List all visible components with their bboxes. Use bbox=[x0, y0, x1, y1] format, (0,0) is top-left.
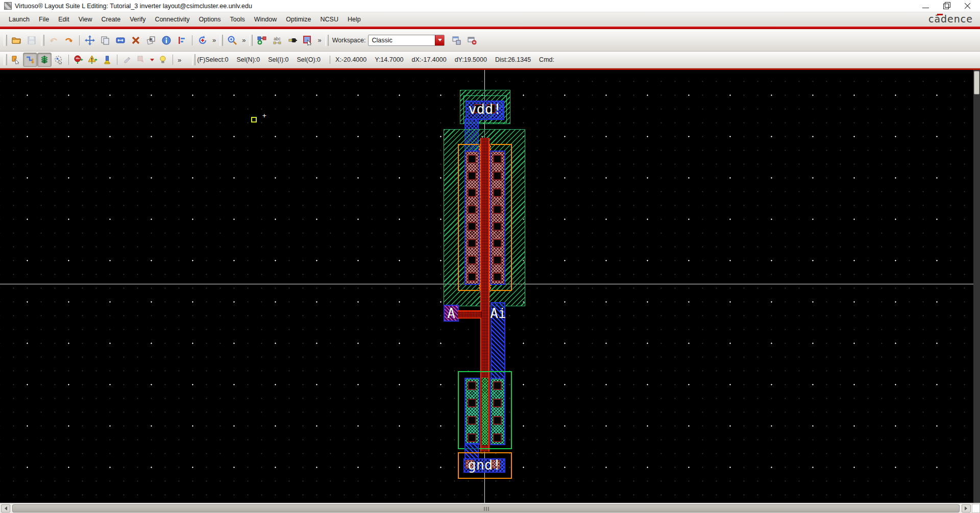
pmos-contact[interactable] bbox=[493, 155, 502, 163]
toolbar-grip[interactable] bbox=[219, 35, 223, 46]
overflow-chevron[interactable]: » bbox=[176, 56, 183, 64]
menu-connectivity[interactable]: Connectivity bbox=[150, 14, 194, 25]
vdd-contact[interactable] bbox=[474, 104, 483, 113]
menu-edit[interactable]: Edit bbox=[54, 14, 74, 25]
nmos-contact[interactable] bbox=[468, 416, 476, 425]
canvas-horizontal-scrollbar[interactable] bbox=[0, 503, 980, 513]
toolbar-grip[interactable] bbox=[4, 35, 7, 46]
menu-options[interactable]: Options bbox=[194, 14, 225, 25]
menu-create[interactable]: Create bbox=[97, 14, 126, 25]
nmos-contact[interactable] bbox=[468, 381, 476, 390]
properties-button[interactable] bbox=[159, 33, 174, 48]
nmos-contact[interactable] bbox=[468, 433, 476, 442]
toolbar-grip[interactable] bbox=[4, 54, 7, 65]
pmos-contact[interactable] bbox=[468, 273, 476, 281]
menu-tools[interactable]: Tools bbox=[226, 14, 250, 25]
rotate-button[interactable]: R bbox=[143, 33, 159, 48]
nmos-contact[interactable] bbox=[493, 399, 502, 407]
wire-route-button[interactable] bbox=[254, 33, 270, 48]
overflow-chevron[interactable]: » bbox=[315, 36, 323, 44]
area-select-button[interactable] bbox=[52, 53, 66, 67]
nmos-contact[interactable] bbox=[468, 399, 476, 407]
horizontal-scrollbar-thumb[interactable] bbox=[12, 504, 960, 512]
pmos-contact[interactable] bbox=[493, 273, 502, 281]
stretch-button[interactable] bbox=[113, 33, 128, 48]
undo-button[interactable] bbox=[46, 33, 61, 48]
create-label-button[interactable]: abc bbox=[270, 33, 285, 48]
input-pin-a[interactable] bbox=[444, 305, 459, 322]
pmos-contact[interactable] bbox=[468, 256, 476, 264]
redraw-button[interactable] bbox=[195, 33, 210, 48]
descend-button[interactable] bbox=[23, 53, 37, 67]
scroll-right-button[interactable] bbox=[962, 504, 971, 512]
horizontal-scroll-track[interactable] bbox=[11, 504, 961, 512]
toolbar-grip[interactable] bbox=[41, 35, 44, 46]
vdd-contact[interactable] bbox=[486, 104, 496, 113]
menu-launch[interactable]: Launch bbox=[4, 14, 34, 25]
pmos-pdiff-right[interactable] bbox=[490, 151, 505, 285]
maximize-icon[interactable] bbox=[943, 3, 950, 9]
pmos-contact[interactable] bbox=[468, 239, 476, 248]
menu-optimize[interactable]: Optimize bbox=[281, 14, 315, 25]
nmos-contact[interactable] bbox=[493, 433, 502, 442]
nmos-contact[interactable] bbox=[493, 381, 502, 390]
copy-button[interactable] bbox=[97, 33, 113, 48]
menu-ncsu[interactable]: NCSU bbox=[316, 14, 343, 25]
probe-dropdown-icon[interactable] bbox=[149, 53, 156, 67]
pmos-contact[interactable] bbox=[468, 172, 476, 180]
toolbar-grip[interactable] bbox=[192, 54, 195, 65]
gnd-contact[interactable] bbox=[492, 460, 500, 469]
menu-help[interactable]: Help bbox=[343, 14, 365, 25]
overflow-chevron[interactable]: » bbox=[240, 36, 248, 44]
pmos-contact[interactable] bbox=[493, 256, 502, 264]
pmos-contact[interactable] bbox=[493, 172, 502, 180]
pmos-contact[interactable] bbox=[493, 188, 502, 197]
select-mode-button[interactable] bbox=[300, 33, 315, 48]
close-icon[interactable] bbox=[964, 3, 971, 9]
redo-button[interactable] bbox=[61, 33, 77, 48]
align-button[interactable] bbox=[174, 33, 189, 48]
canvas-vertical-scrollbar[interactable] bbox=[973, 70, 980, 503]
vdd-metal1-rail[interactable] bbox=[465, 101, 504, 120]
pmos-contact[interactable] bbox=[468, 222, 476, 231]
probe-options-button[interactable] bbox=[134, 53, 149, 67]
save-workspace-button[interactable] bbox=[449, 33, 464, 48]
delete-button[interactable] bbox=[128, 33, 143, 48]
toolbar-grip[interactable] bbox=[249, 35, 253, 46]
pmos-pdiff-left[interactable] bbox=[464, 151, 480, 285]
workspace-dropdown-icon[interactable] bbox=[435, 35, 444, 45]
pmos-contact[interactable] bbox=[468, 205, 476, 214]
zoom-in-button[interactable] bbox=[225, 33, 240, 48]
hint-bulb-button[interactable] bbox=[156, 53, 170, 67]
save-button[interactable] bbox=[24, 33, 39, 48]
pmos-contact[interactable] bbox=[468, 155, 476, 163]
toolbar-grip[interactable] bbox=[325, 35, 329, 46]
nmos-gate-region[interactable] bbox=[482, 378, 488, 445]
pmos-contact[interactable] bbox=[493, 239, 502, 248]
workspace-select[interactable]: Classic bbox=[368, 35, 445, 46]
poly-input-wire[interactable] bbox=[458, 310, 481, 319]
nmos-contact[interactable] bbox=[493, 416, 502, 425]
probe-button[interactable] bbox=[120, 53, 134, 67]
minimize-icon[interactable] bbox=[922, 3, 929, 9]
menu-verify[interactable]: Verify bbox=[125, 14, 150, 25]
delete-workspace-button[interactable] bbox=[464, 33, 479, 48]
gnd-contact[interactable] bbox=[465, 460, 474, 469]
create-pin-button[interactable] bbox=[285, 33, 300, 48]
move-button[interactable] bbox=[82, 33, 97, 48]
hierarchy-levels-button[interactable] bbox=[37, 53, 52, 67]
vertical-scrollbar-thumb[interactable] bbox=[974, 71, 979, 94]
boundary-marker-button[interactable] bbox=[100, 53, 114, 67]
menu-file[interactable]: File bbox=[34, 14, 54, 25]
menu-view[interactable]: View bbox=[74, 14, 97, 25]
menu-window[interactable]: Window bbox=[250, 14, 281, 25]
pmos-contact[interactable] bbox=[468, 188, 476, 197]
stop-check-button[interactable] bbox=[71, 53, 86, 67]
overflow-chevron[interactable]: » bbox=[210, 36, 218, 44]
partial-select-button[interactable] bbox=[9, 53, 23, 67]
open-file-button[interactable] bbox=[9, 33, 24, 48]
layout-canvas[interactable]: + vdd! A bbox=[0, 70, 980, 503]
scroll-left-button[interactable] bbox=[1, 504, 10, 512]
rule-check-button[interactable] bbox=[86, 53, 100, 67]
pmos-contact[interactable] bbox=[493, 205, 502, 214]
